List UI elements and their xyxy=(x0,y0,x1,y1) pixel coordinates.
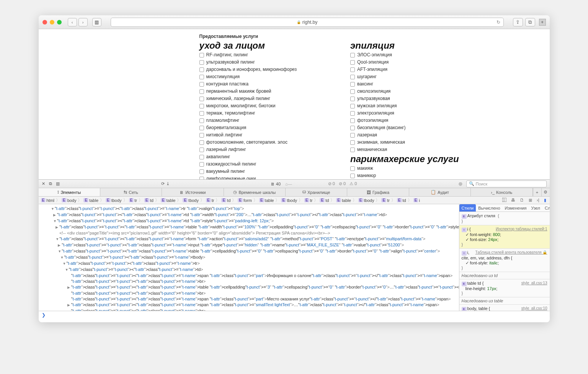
download-icon[interactable]: ⤓ xyxy=(166,181,170,186)
checkbox[interactable] xyxy=(199,169,204,174)
checkbox[interactable] xyxy=(199,155,204,159)
breadcrumb-item[interactable]: Etd xyxy=(320,198,329,203)
checkbox[interactable] xyxy=(199,162,204,167)
tab-console[interactable]: ›_Консоль xyxy=(471,188,532,196)
dom-node[interactable]: ▼"t-attr">class"t-punct">="t-punct"><"t-… xyxy=(42,206,456,212)
checkbox[interactable] xyxy=(199,104,204,108)
breadcrumb-item[interactable]: Ehtml xyxy=(41,198,54,203)
styles-tab-changes[interactable]: Изменения xyxy=(503,204,529,212)
checkbox[interactable] xyxy=(199,60,204,65)
css-rule[interactable]: Инспектор таблицы стилей:1ii {✓ font-wei… xyxy=(459,225,550,249)
dom-node[interactable]: "t-attr">class"t-punct">="t-punct"><"t-a… xyxy=(42,308,456,311)
tab-sources[interactable]: 🗎Источники xyxy=(162,188,224,196)
checkbox[interactable] xyxy=(350,75,355,79)
breadcrumb-item[interactable]: Etable xyxy=(336,198,351,203)
close-window-dot[interactable] xyxy=(42,20,47,25)
dom-node[interactable]: ▼"t-attr">class"t-punct">="t-punct"><"t-… xyxy=(42,218,456,224)
devtools-search-input[interactable]: 🔍 Поиск xyxy=(466,180,547,187)
checkbox[interactable] xyxy=(350,104,355,108)
console-input[interactable]: ❯ xyxy=(39,311,550,318)
minimize-window-dot[interactable] xyxy=(50,20,54,25)
css-rule[interactable]: style_all.css:13Etable td {line-height: … xyxy=(459,279,550,297)
checkbox[interactable] xyxy=(350,82,355,87)
breadcrumb-item[interactable]: Etbody xyxy=(358,198,374,203)
checkbox[interactable] xyxy=(199,67,204,72)
breadcrumb-item[interactable]: Etr xyxy=(381,198,389,203)
checkbox[interactable] xyxy=(350,174,355,178)
clipboard-icon[interactable]: 🗋 xyxy=(519,197,525,203)
dom-node[interactable]: <!-- <div class="pageTitle"><img src="pi… xyxy=(42,230,456,236)
dom-node[interactable]: ▼"t-attr">class"t-punct">="t-punct"><"t-… xyxy=(42,236,456,242)
breadcrumb-item[interactable]: Etr xyxy=(206,198,214,203)
tab-elements[interactable]: ⟟ Элементы xyxy=(39,188,100,196)
checkbox[interactable] xyxy=(199,111,204,116)
chevron-right-icon[interactable]: ›| xyxy=(536,197,541,203)
breadcrumb-item[interactable]: Etd xyxy=(144,198,154,203)
dock-right-icon[interactable]: ▮ xyxy=(543,197,547,203)
new-tab-button[interactable]: + xyxy=(539,19,546,26)
panel-toggle-icon[interactable]: ⿲ xyxy=(501,197,508,203)
checkbox[interactable] xyxy=(350,53,355,57)
breadcrumb-item[interactable]: Etbody xyxy=(281,198,297,203)
checkbox[interactable] xyxy=(350,148,355,152)
breadcrumb-item[interactable]: Etr xyxy=(129,198,137,203)
breadcrumb-item[interactable]: Etbody xyxy=(183,198,199,203)
address-bar[interactable]: 🔒 right.by ↻ xyxy=(111,18,504,27)
target-icon[interactable]: ◎ xyxy=(459,181,462,186)
print-icon[interactable]: 🖶 xyxy=(510,197,516,203)
dom-node[interactable]: ▼"t-attr">class"t-punct">="t-punct"><"t-… xyxy=(42,248,456,254)
share-button[interactable]: ⇪ xyxy=(513,18,523,26)
tab-network[interactable]: ⇆Сеть xyxy=(100,188,162,196)
dom-node[interactable]: "t-attr">class"t-punct">="t-punct"><"t-a… xyxy=(42,296,456,302)
tab-graphics[interactable]: 🖼Графика xyxy=(347,188,409,196)
checkbox[interactable] xyxy=(199,148,204,152)
checkbox[interactable] xyxy=(199,126,204,130)
nav-back-button[interactable]: ‹ xyxy=(68,18,77,26)
checkbox[interactable] xyxy=(199,75,204,79)
breadcrumb-item[interactable]: Etd xyxy=(397,198,406,203)
checkbox[interactable] xyxy=(199,89,204,94)
tab-audit[interactable]: 📋Аудит xyxy=(409,188,471,196)
styles-tab-styles[interactable]: Стили xyxy=(459,204,476,212)
css-rule[interactable]: style_all.css:10Ebody, table {font-size:… xyxy=(459,305,550,311)
dom-node[interactable]: ▶"t-attr">class"t-punct">="t-punct"><"t-… xyxy=(42,212,456,218)
dom-node[interactable]: ▼"t-attr">class"t-punct">="t-punct"><"t-… xyxy=(42,261,456,267)
breadcrumb-item[interactable]: Etr xyxy=(304,198,312,203)
checkbox[interactable] xyxy=(199,140,204,145)
breadcrumb-item[interactable]: Etable xyxy=(259,198,274,203)
dom-node[interactable]: ▶"t-attr">class"t-punct">="t-punct"><"t-… xyxy=(42,284,456,290)
breadcrumb-item[interactable]: Etable xyxy=(161,198,176,203)
checkbox[interactable] xyxy=(199,53,204,57)
checkbox[interactable] xyxy=(350,133,355,138)
styles-tab-layers[interactable]: Слои xyxy=(542,204,549,212)
checkbox[interactable] xyxy=(199,118,204,123)
dom-node[interactable]: "t-attr">class"t-punct">="t-punct"><"t-a… xyxy=(42,290,456,296)
checkbox[interactable] xyxy=(350,140,355,145)
close-devtools-button[interactable]: ✕ xyxy=(42,181,45,186)
breadcrumb-item[interactable]: Etd xyxy=(221,198,230,203)
checkbox[interactable] xyxy=(350,126,355,130)
breadcrumb-item[interactable]: Etbody xyxy=(106,198,122,203)
styles-tab-node[interactable]: Узел xyxy=(529,204,542,212)
checkbox[interactable] xyxy=(199,97,204,101)
breadcrumb-item[interactable]: Eform xyxy=(238,198,252,203)
layout-icon[interactable]: ⊞ xyxy=(528,197,533,203)
checkbox[interactable] xyxy=(350,166,355,171)
popout-icon[interactable]: ⧉ xyxy=(49,181,52,186)
dom-node[interactable]: "t-attr">class"t-punct">="t-punct"><"t-a… xyxy=(42,279,456,284)
reload-devtools-icon[interactable]: ⟳ xyxy=(161,181,165,186)
reload-icon[interactable]: ↻ xyxy=(497,20,500,25)
checkbox[interactable] xyxy=(350,89,355,94)
toolbar-sidebar-button[interactable]: ▥ xyxy=(92,18,101,26)
dom-node[interactable]: ▶"t-attr">class"t-punct">="t-punct"><"t-… xyxy=(42,224,456,230)
checkbox[interactable] xyxy=(350,67,355,72)
styles-tab-computed[interactable]: Вычислено xyxy=(476,204,502,212)
nav-forward-button[interactable]: › xyxy=(78,18,88,26)
dom-node[interactable]: ▶"t-attr">class"t-punct">="t-punct"><"t-… xyxy=(42,302,456,308)
breadcrumb-item[interactable]: Ei xyxy=(413,198,420,203)
dom-node[interactable]: ▼"t-attr">class"t-punct">="t-punct"><"t-… xyxy=(42,267,456,273)
zoom-window-dot[interactable] xyxy=(57,20,62,25)
checkbox[interactable] xyxy=(199,133,204,138)
tab-storage[interactable]: ⛁Хранилище xyxy=(286,188,347,196)
checkbox[interactable] xyxy=(350,111,355,116)
